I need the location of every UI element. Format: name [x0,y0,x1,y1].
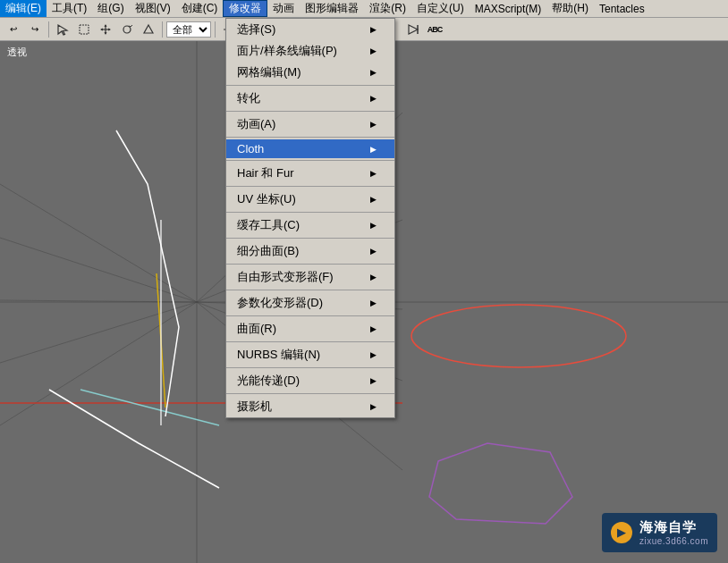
dropdown-item-uv[interactable]: UV 坐标(U) ▶ [226,189,394,210]
svg-line-33 [0,238,197,302]
dropdown-sep-12 [226,367,394,368]
dropdown-sep-13 [226,393,394,394]
arrow-icon-radiosity: ▶ [370,376,377,385]
dropdown-menu: 选择(S) ▶ 面片/样条线编辑(P) ▶ 网格编辑(M) ▶ 转化 ▶ 动画(… [225,18,395,418]
arrow-icon-camera: ▶ [370,402,377,411]
toolbar-sep-2 [162,21,163,38]
svg-marker-7 [108,28,111,30]
dropdown-sep-6 [226,212,394,213]
svg-line-44 [80,390,219,425]
svg-line-35 [0,302,197,363]
menu-bar: 编辑(E) 工具(T) 组(G) 视图(V) 创建(C) 修改器 动画 图形编辑… [0,0,728,18]
toolbar-btn-redo[interactable]: ↪ [25,21,45,38]
menu-item-view[interactable]: 视图(V) [130,0,176,17]
dropdown-sep-9 [226,290,394,290]
svg-marker-0 [58,25,67,35]
watermark-main-text: 海海自学 [639,518,708,536]
arrow-icon-cloth: ▶ [370,145,377,154]
dropdown-item-animation[interactable]: 动画(A) ▶ [226,113,394,135]
menu-item-graph-editor[interactable]: 图形编辑器 [300,0,364,17]
toolbar-sep-1 [48,21,49,38]
arrow-icon-cache: ▶ [370,221,377,230]
watermark-sub-text: zixue.3d66.com [639,535,708,547]
arrow-icon-convert: ▶ [370,94,377,103]
toolbar-btn-scale[interactable] [139,21,158,38]
dropdown-item-convert[interactable]: 转化 ▶ [226,88,394,109]
arrow-icon-hair: ▶ [370,169,377,178]
arrow-icon-surface: ▶ [370,324,377,333]
menu-item-maxscript[interactable]: MAXScript(M) [470,0,547,17]
arrow-icon-patch: ▶ [370,46,377,55]
arrow-icon-nurbs: ▶ [370,350,377,359]
select-filter[interactable]: 全部 [166,21,211,38]
svg-marker-28 [409,25,418,34]
menu-item-modifier[interactable]: 修改器 [223,0,267,17]
arrow-icon-mesh: ▶ [370,68,377,77]
svg-marker-4 [105,24,107,27]
arrow-icon-animation: ▶ [370,120,377,129]
watermark: ▶ 海海自学 zixue.3d66.com [602,513,717,553]
svg-line-32 [0,184,197,302]
watermark-text-block: 海海自学 zixue.3d66.com [639,518,708,548]
menu-item-group[interactable]: 组(G) [92,0,129,17]
toolbar-btn-quick-render[interactable] [403,21,423,38]
dropdown-sep-2 [226,111,394,112]
dropdown-sep-11 [226,341,394,342]
menu-item-customize[interactable]: 自定义(U) [411,0,470,17]
dropdown-item-patch-edit[interactable]: 面片/样条线编辑(P) ▶ [226,40,394,62]
arrow-icon-subdivide: ▶ [370,247,377,256]
viewport-label: 透视 [7,46,27,59]
arrow-icon-select: ▶ [370,25,377,34]
menu-item-help[interactable]: 帮助(H) [546,0,594,17]
dropdown-item-hair-fur[interactable]: Hair 和 Fur ▶ [226,163,394,184]
menu-item-render[interactable]: 渲染(R) [364,0,411,17]
menu-item-edit[interactable]: 编辑(E) [0,0,47,17]
toolbar-btn-abc[interactable]: ABC [425,21,444,38]
menu-item-tentacles[interactable]: Tentacles [594,0,650,17]
dropdown-sep-1 [226,85,394,86]
toolbar-sep-3 [215,21,216,38]
arrow-icon-parametric: ▶ [370,298,377,307]
toolbar-btn-undo[interactable]: ↩ [4,21,23,38]
dropdown-item-ffd[interactable]: 自由形式变形器(F) ▶ [226,266,394,288]
arrow-icon-ffd: ▶ [370,273,377,282]
svg-rect-1 [80,25,89,34]
toolbar-btn-select-region[interactable] [74,21,94,38]
menu-item-create[interactable]: 创建(C) [176,0,224,17]
watermark-logo: ▶ [611,522,632,543]
dropdown-item-parametric[interactable]: 参数化变形器(D) ▶ [226,292,394,314]
dropdown-item-select[interactable]: 选择(S) ▶ [226,19,394,40]
svg-marker-6 [100,28,103,30]
svg-marker-9 [144,25,153,33]
dropdown-sep-5 [226,186,394,187]
dropdown-item-cloth[interactable]: Cloth ▶ [226,139,394,158]
svg-point-46 [411,305,626,367]
toolbar-btn-move[interactable] [96,21,115,38]
dropdown-sep-7 [226,238,394,239]
dropdown-item-nurbs[interactable]: NURBS 编辑(N) ▶ [226,344,394,366]
toolbar-btn-select[interactable] [53,21,72,38]
svg-point-8 [123,26,131,33]
dropdown-sep-4 [226,160,394,161]
dropdown-item-mesh-edit[interactable]: 网格编辑(M) ▶ [226,62,394,83]
dropdown-sep-3 [226,137,394,138]
svg-marker-5 [105,32,107,35]
toolbar-btn-rotate[interactable] [117,21,137,38]
dropdown-sep-10 [226,315,394,316]
dropdown-sep-8 [226,264,394,265]
arrow-icon-uv: ▶ [370,195,377,204]
dropdown-item-cache[interactable]: 缓存工具(C) ▶ [226,214,394,236]
menu-item-tools[interactable]: 工具(T) [47,0,92,17]
dropdown-item-surface[interactable]: 曲面(R) ▶ [226,318,394,340]
svg-marker-47 [429,443,572,524]
dropdown-item-radiosity[interactable]: 光能传递(D) ▶ [226,370,394,391]
menu-item-animation[interactable]: 动画 [267,0,300,17]
dropdown-item-camera[interactable]: 摄影机 ▶ [226,396,394,417]
dropdown-item-subdivide[interactable]: 细分曲面(B) ▶ [226,240,394,262]
